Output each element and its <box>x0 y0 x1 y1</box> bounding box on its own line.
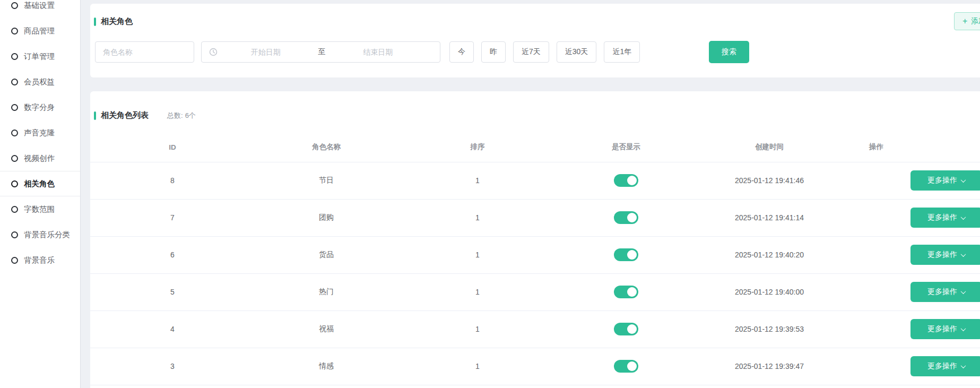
visibility-toggle-on[interactable] <box>614 211 638 224</box>
visibility-toggle-on[interactable] <box>614 174 638 187</box>
sidebar-item-label: 背景音乐分类 <box>24 230 70 240</box>
column-header-操作: 操作 <box>844 133 980 162</box>
visibility-toggle-on[interactable] <box>614 248 638 261</box>
radio-circle-icon <box>11 130 18 136</box>
sidebar-item-label: 数字分身 <box>24 102 55 113</box>
end-date-input[interactable] <box>330 48 427 56</box>
total-value: 6个 <box>185 111 196 120</box>
cell-visibility <box>557 236 695 273</box>
chevron-down-icon <box>961 363 966 368</box>
column-header-是否显示: 是否显示 <box>557 133 695 162</box>
sidebar-item-label: 订单管理 <box>24 51 55 62</box>
cell-id: 8 <box>90 162 255 199</box>
cell-created-time: 2025-01-12 19:39:53 <box>695 311 844 348</box>
cell-id: 5 <box>90 273 255 311</box>
search-button[interactable]: 搜索 <box>709 41 749 63</box>
sidebar-item-视频创作[interactable]: 视频创作 <box>0 145 80 171</box>
date-range-picker[interactable]: 至 <box>201 41 440 63</box>
quick-range-button-近7天[interactable]: 近7天 <box>513 41 549 63</box>
quick-range-button-昨[interactable]: 昨 <box>481 41 506 63</box>
sidebar-item-声音克隆[interactable]: 声音克隆 <box>0 120 80 145</box>
sidebar-item-会员权益[interactable]: 会员权益 <box>0 69 80 94</box>
radio-circle-icon <box>11 155 18 162</box>
cell-actions: 更多操作 <box>844 199 980 236</box>
cell-created-time: 2025-01-12 19:41:14 <box>695 199 844 236</box>
cell-sort: 1 <box>398 311 557 348</box>
sidebar-item-label: 会员权益 <box>24 77 55 87</box>
column-header-创建时间: 创建时间 <box>695 133 844 162</box>
quick-range-buttons: 今昨近7天近30天近1年 <box>449 41 640 63</box>
filter-card-title-text: 相关角色 <box>101 16 133 27</box>
quick-range-button-近1年[interactable]: 近1年 <box>604 41 640 63</box>
more-actions-label: 更多操作 <box>927 324 957 334</box>
cell-actions: 更多操作 <box>844 162 980 199</box>
more-actions-label: 更多操作 <box>927 250 957 260</box>
more-actions-button[interactable]: 更多操作 <box>910 208 980 228</box>
cell-created-time: 2025-01-12 19:40:20 <box>695 236 844 273</box>
sidebar-item-label: 背景音乐 <box>24 255 55 265</box>
chevron-down-icon <box>961 326 966 331</box>
add-button[interactable]: + 添加 <box>954 12 980 30</box>
sidebar-item-label: 商品管理 <box>24 26 55 36</box>
cell-id: 7 <box>90 199 255 236</box>
sidebar-item-label: 声音克隆 <box>24 128 55 138</box>
cell-role-name: 货品 <box>255 236 398 273</box>
cell-role-name: 热门 <box>255 273 398 311</box>
more-actions-button[interactable]: 更多操作 <box>910 356 980 376</box>
add-button-label: 添加 <box>971 16 980 26</box>
plus-icon: + <box>962 17 967 25</box>
sidebar-item-label: 字数范围 <box>24 204 55 214</box>
radio-circle-icon <box>11 79 18 85</box>
title-accent-bar <box>94 111 96 120</box>
sidebar-item-数字分身[interactable]: 数字分身 <box>0 94 80 120</box>
cell-sort: 1 <box>398 162 557 199</box>
total-label: 总数: <box>167 111 183 120</box>
sidebar-item-基础设置[interactable]: 基础设置 <box>0 0 80 18</box>
quick-range-button-今[interactable]: 今 <box>449 41 474 63</box>
cell-actions: 更多操作 <box>844 273 980 311</box>
sidebar-menu: 基础设置商品管理订单管理会员权益数字分身声音克隆视频创作相关角色字数范围背景音乐… <box>0 0 80 273</box>
radio-circle-icon <box>11 231 18 238</box>
cell-created-time: 2025-01-12 19:40:00 <box>695 273 844 311</box>
table-row: 7团购12025-01-12 19:41:14更多操作 <box>90 199 980 236</box>
cell-visibility <box>557 162 695 199</box>
cell-role-name: 团购 <box>255 199 398 236</box>
table-row: 3情感12025-01-12 19:39:47更多操作 <box>90 348 980 385</box>
cell-id: 6 <box>90 236 255 273</box>
cell-role-name: 祝福 <box>255 311 398 348</box>
list-card: 相关角色列表 总数: 6个 ID角色名称排序是否显示创建时间操作 8节日1202… <box>90 91 980 388</box>
sidebar-item-商品管理[interactable]: 商品管理 <box>0 18 80 44</box>
more-actions-button[interactable]: 更多操作 <box>910 319 980 339</box>
sidebar-item-字数范围[interactable]: 字数范围 <box>0 196 80 222</box>
radio-circle-icon <box>11 104 18 111</box>
radio-circle-icon <box>11 28 18 35</box>
visibility-toggle-on[interactable] <box>614 286 638 298</box>
more-actions-button[interactable]: 更多操作 <box>910 245 980 265</box>
more-actions-button[interactable]: 更多操作 <box>910 170 980 191</box>
roles-table: ID角色名称排序是否显示创建时间操作 8节日12025-01-12 19:41:… <box>90 133 980 385</box>
cell-sort: 1 <box>398 348 557 385</box>
chevron-down-icon <box>961 252 966 257</box>
role-name-input[interactable] <box>95 41 194 63</box>
column-header-ID: ID <box>90 133 255 162</box>
visibility-toggle-on[interactable] <box>614 360 638 373</box>
column-header-排序: 排序 <box>398 133 557 162</box>
cell-created-time: 2025-01-12 19:39:47 <box>695 348 844 385</box>
chevron-down-icon <box>961 177 966 183</box>
cell-actions: 更多操作 <box>844 311 980 348</box>
sidebar-item-背景音乐分类[interactable]: 背景音乐分类 <box>0 222 80 247</box>
sidebar-item-label: 视频创作 <box>24 153 55 163</box>
chevron-down-icon <box>961 289 966 294</box>
sidebar-item-背景音乐[interactable]: 背景音乐 <box>0 247 80 273</box>
sidebar-item-相关角色[interactable]: 相关角色 <box>0 171 80 196</box>
visibility-toggle-on[interactable] <box>614 323 638 335</box>
cell-actions: 更多操作 <box>844 348 980 385</box>
cell-role-name: 节日 <box>255 162 398 199</box>
list-card-title: 相关角色列表 总数: 6个 <box>94 110 196 120</box>
quick-range-button-近30天[interactable]: 近30天 <box>557 41 597 63</box>
more-actions-button[interactable]: 更多操作 <box>910 282 980 302</box>
start-date-input[interactable] <box>218 48 314 56</box>
sidebar-item-订单管理[interactable]: 订单管理 <box>0 44 80 69</box>
cell-sort: 1 <box>398 199 557 236</box>
radio-circle-icon <box>11 2 18 9</box>
